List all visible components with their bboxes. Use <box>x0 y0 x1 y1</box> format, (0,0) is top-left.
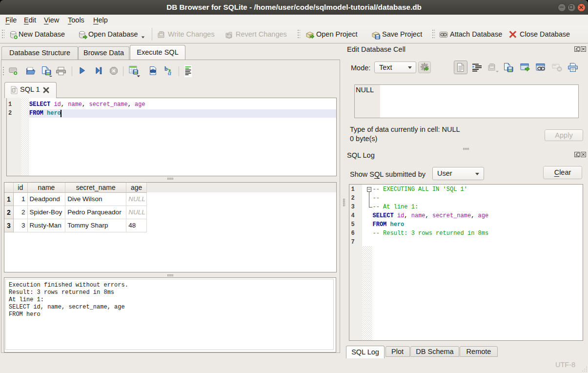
svg-text:b: b <box>164 66 168 72</box>
svg-text:a: a <box>168 69 171 76</box>
